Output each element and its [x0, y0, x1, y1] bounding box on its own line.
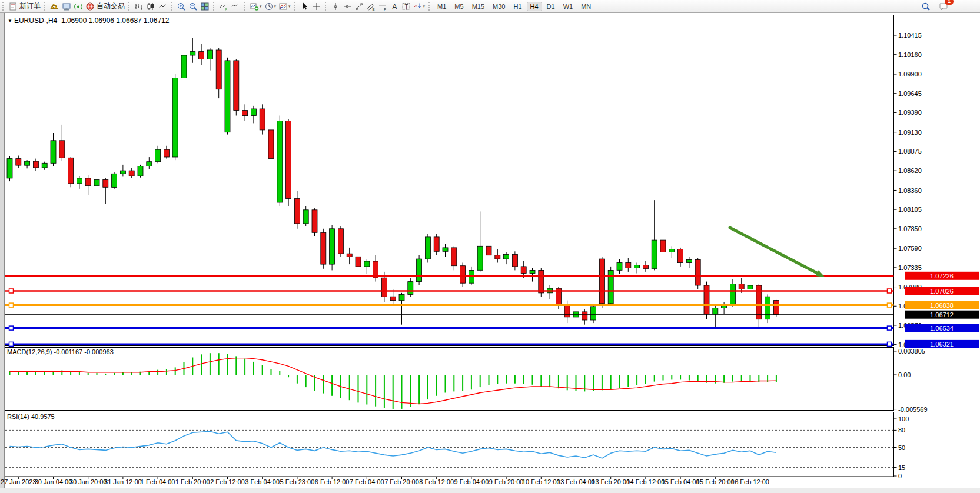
svg-text:1.07226: 1.07226: [930, 272, 954, 279]
text-label-button[interactable]: T: [400, 1, 412, 12]
templates-button[interactable]: ▾: [277, 1, 292, 12]
auto-trading-button[interactable]: 自动交易: [84, 1, 126, 12]
hline-icon: [343, 2, 352, 11]
svg-text:1.06321: 1.06321: [930, 341, 954, 348]
channel-icon: E: [366, 2, 376, 11]
zoom-out-button[interactable]: [187, 1, 199, 12]
notifications-button[interactable]: 1: [938, 1, 949, 12]
svg-text:15: 15: [898, 464, 905, 471]
svg-text:1.08620: 1.08620: [898, 167, 922, 174]
line-handle[interactable]: [9, 342, 14, 346]
mt4-window: { "toolbar": { "groups": [ {"items":[{"i…: [0, 0, 980, 493]
line-handle[interactable]: [888, 289, 892, 293]
arrows-icon: [413, 2, 423, 11]
timeframe-d1-button[interactable]: D1: [543, 2, 559, 11]
svg-text:16 Feb 12:00: 16 Feb 12:00: [731, 478, 769, 485]
timeframe-h4-button[interactable]: H4: [527, 2, 542, 11]
svg-text:1.08105: 1.08105: [898, 206, 922, 213]
chart-collapse-icon[interactable]: ▼: [8, 18, 12, 24]
candles: [7, 36, 779, 327]
rsi-indicator-label: RSI(14) 40.9575: [7, 413, 55, 420]
svg-text:1.07850: 1.07850: [898, 225, 922, 232]
auto-scroll-button[interactable]: [218, 1, 230, 12]
svg-text:1.09900: 1.09900: [898, 71, 922, 78]
svg-text:7 Feb 20:00: 7 Feb 20:00: [384, 478, 419, 485]
tile-windows-button[interactable]: [199, 1, 211, 12]
svg-text:31 Jan 12:00: 31 Jan 12:00: [104, 478, 142, 485]
bar-chart-button[interactable]: [133, 1, 145, 12]
svg-text:F: F: [384, 7, 386, 11]
svg-text:1.08360: 1.08360: [898, 187, 922, 194]
svg-text:1 Feb 20:00: 1 Feb 20:00: [175, 478, 210, 485]
tile-windows-icon: [200, 2, 210, 11]
new-order-button[interactable]: 新订单: [7, 1, 42, 12]
chart-symbol-period: EURUSD-,H4: [14, 16, 57, 25]
svg-text:30 Jan 20:00: 30 Jan 20:00: [69, 478, 107, 485]
timeframe-w1-button[interactable]: W1: [560, 2, 577, 11]
timeframe-h1-button[interactable]: H1: [510, 2, 525, 11]
toolbar-grip: [244, 2, 246, 11]
search-button[interactable]: [920, 1, 932, 12]
chart-shift-button[interactable]: [230, 1, 241, 12]
new-chart-button[interactable]: ▾: [248, 1, 263, 12]
svg-text:T: T: [404, 3, 408, 9]
terminal-button[interactable]: [61, 1, 72, 12]
svg-text:-0.005569: -0.005569: [898, 406, 928, 413]
svg-text:27 Jan 2023: 27 Jan 2023: [1, 478, 36, 485]
vertical-line-button[interactable]: [330, 1, 341, 12]
svg-text:0: 0: [898, 472, 902, 479]
svg-text:6 Feb 12:00: 6 Feb 12:00: [315, 478, 350, 485]
timeframe-mn-button[interactable]: MN: [577, 2, 594, 11]
horizontal-line-button[interactable]: [341, 1, 353, 12]
svg-text:1.10160: 1.10160: [898, 51, 922, 58]
equidistant-channel-button[interactable]: E: [365, 1, 377, 12]
periods-button[interactable]: ▾: [263, 1, 278, 12]
signal-icon: [74, 2, 83, 11]
line-handle[interactable]: [888, 326, 892, 330]
svg-text:1.06712: 1.06712: [930, 311, 954, 318]
svg-text:9 Feb 20:00: 9 Feb 20:00: [489, 478, 524, 485]
fibonacci-button[interactable]: F: [377, 1, 388, 12]
market-watch-button[interactable]: [49, 1, 61, 12]
new-chart-icon: [250, 2, 259, 11]
timeframe-m15-button[interactable]: M15: [469, 2, 488, 11]
timeframe-m5-button[interactable]: M5: [451, 2, 467, 11]
line-handle[interactable]: [9, 303, 14, 307]
monitor-icon: [62, 2, 71, 11]
trend-arrow-annotation[interactable]: [730, 228, 825, 277]
timeframe-m1-button[interactable]: M1: [434, 2, 450, 11]
toolbar-grip: [325, 2, 327, 11]
fibo-icon: F: [378, 2, 387, 11]
line-handle[interactable]: [888, 342, 892, 346]
line-handle[interactable]: [888, 303, 892, 307]
dropdown-arrow-icon: ▾: [260, 4, 262, 9]
gold-icon: [50, 2, 59, 11]
signals-button[interactable]: [72, 1, 84, 12]
crosshair-button[interactable]: [311, 1, 323, 12]
toolbar-grip: [2, 2, 5, 11]
svg-text:0.003805: 0.003805: [898, 348, 925, 355]
arrows-button[interactable]: ▾: [412, 1, 427, 12]
text-button[interactable]: A: [388, 1, 400, 12]
trendline-button[interactable]: [353, 1, 365, 12]
chart-ohlc-values: 1.06900 1.06906 1.06687 1.06712: [61, 16, 170, 25]
chart-canvas[interactable]: 1.104151.101601.099001.096451.093901.091…: [0, 13, 980, 493]
line-handle[interactable]: [9, 289, 14, 293]
svg-text:15 Feb 20:00: 15 Feb 20:00: [696, 478, 735, 485]
line-chart-button[interactable]: [157, 1, 168, 12]
rsi-name: RSI(14): [7, 413, 29, 420]
rsi-value: 40.9575: [31, 413, 55, 420]
zoom-in-button[interactable]: [175, 1, 187, 12]
svg-text:1.10415: 1.10415: [898, 32, 922, 39]
svg-text:14 Feb 12:00: 14 Feb 12:00: [626, 478, 665, 485]
cursor-icon: [300, 2, 310, 11]
svg-text:15 Feb 04:00: 15 Feb 04:00: [662, 478, 700, 485]
timeframe-m30-button[interactable]: M30: [489, 2, 509, 11]
toolbar-grip: [171, 2, 173, 11]
svg-text:1.06838: 1.06838: [930, 302, 954, 309]
candlestick-chart-button[interactable]: [145, 1, 157, 12]
line-handle[interactable]: [9, 326, 14, 330]
toolbar-grip: [128, 2, 131, 11]
cursor-button[interactable]: [299, 1, 311, 12]
svg-text:50: 50: [898, 444, 905, 451]
